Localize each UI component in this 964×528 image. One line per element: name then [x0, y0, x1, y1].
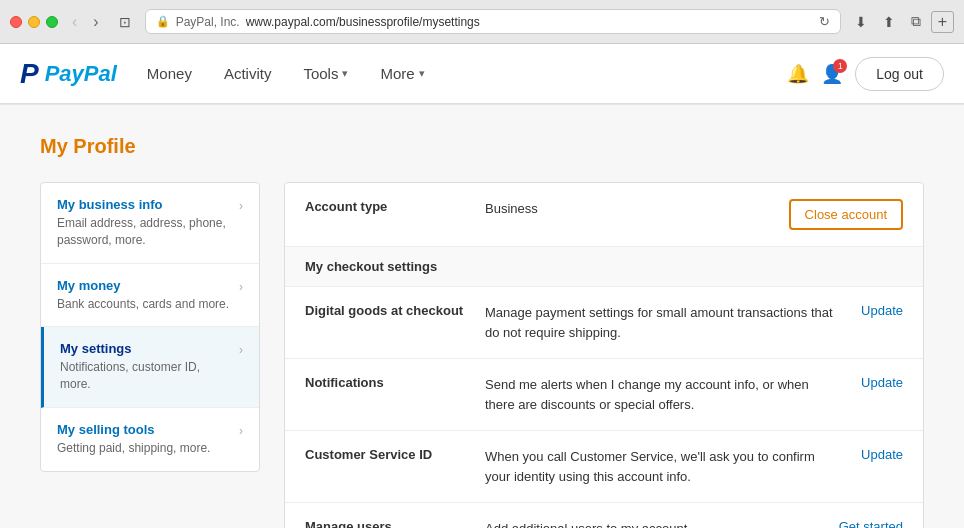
tools-chevron-icon: ▾	[342, 67, 348, 80]
settings-row-notifications: Notifications Send me alerts when I chan…	[285, 359, 923, 431]
customer-service-id-value: When you call Customer Service, we'll as…	[485, 447, 841, 486]
main-navigation: P PayPal Money Activity Tools ▾ More ▾ 🔔…	[0, 44, 964, 104]
browser-nav-buttons: ‹ ›	[66, 11, 105, 33]
nav-activity[interactable]: Activity	[210, 57, 286, 90]
nav-tools[interactable]: Tools ▾	[289, 57, 362, 90]
sidebar-business-info-desc: Email address, address, phone, password,…	[57, 215, 231, 249]
sidebar-money-chevron-icon: ›	[239, 280, 243, 294]
company-name: PayPal, Inc.	[176, 15, 240, 29]
digital-goods-update-link[interactable]: Update	[861, 303, 903, 318]
sidebar-settings-title: My settings	[60, 341, 231, 356]
minimize-window-button[interactable]	[28, 16, 40, 28]
account-type-value: Business	[485, 199, 769, 219]
close-account-button[interactable]: Close account	[789, 199, 903, 230]
checkout-header-label: My checkout settings	[305, 259, 485, 274]
settings-row-manage-users: Manage users Add additional users to my …	[285, 503, 923, 528]
account-type-label: Account type	[305, 199, 485, 214]
manage-users-label: Manage users	[305, 519, 485, 528]
paypal-logo[interactable]: P PayPal	[20, 58, 117, 90]
manage-users-value: Add additional users to my account.	[485, 519, 819, 528]
sidebar-selling-desc: Getting paid, shipping, more.	[57, 440, 231, 457]
sidebar-selling-title: My selling tools	[57, 422, 231, 437]
sidebar-item-my-settings[interactable]: My settings Notifications, customer ID, …	[41, 327, 259, 408]
digital-goods-value: Manage payment settings for small amount…	[485, 303, 841, 342]
sidebar-money-title: My money	[57, 278, 231, 293]
page-title: My Profile	[40, 135, 924, 158]
nav-right: 🔔 👤 1 Log out	[787, 57, 944, 91]
sidebar-money-desc: Bank accounts, cards and more.	[57, 296, 231, 313]
notifications-update-link[interactable]: Update	[861, 375, 903, 390]
back-button[interactable]: ‹	[66, 11, 83, 33]
account-badge: 1	[833, 59, 847, 73]
forward-button[interactable]: ›	[87, 11, 104, 33]
logo-p: P	[20, 58, 39, 90]
nav-money[interactable]: Money	[133, 57, 206, 90]
close-window-button[interactable]	[10, 16, 22, 28]
sidebar-item-selling-tools[interactable]: My selling tools Getting paid, shipping,…	[41, 408, 259, 471]
sidebar-item-my-money[interactable]: My money Bank accounts, cards and more. …	[41, 264, 259, 328]
nav-more[interactable]: More ▾	[366, 57, 438, 90]
settings-row-account-type: Account type Business Close account	[285, 183, 923, 247]
more-chevron-icon: ▾	[419, 67, 425, 80]
sidebar-selling-chevron-icon: ›	[239, 424, 243, 438]
address-bar[interactable]: 🔒 PayPal, Inc. www.paypal.com/businesspr…	[145, 9, 841, 34]
sidebar: My business info Email address, address,…	[40, 182, 260, 472]
share-button[interactable]: ⬆	[877, 12, 901, 32]
sidebar-business-info-chevron-icon: ›	[239, 199, 243, 213]
sidebar-business-info-title: My business info	[57, 197, 231, 212]
download-button[interactable]: ⬇	[849, 12, 873, 32]
notifications-button[interactable]: 🔔	[787, 63, 809, 85]
settings-row-checkout-header: My checkout settings	[285, 247, 923, 287]
browser-chrome: ‹ › ⊡ 🔒 PayPal, Inc. www.paypal.com/busi…	[0, 0, 964, 44]
account-button[interactable]: 👤 1	[821, 63, 843, 85]
logout-button[interactable]: Log out	[855, 57, 944, 91]
customer-service-id-label: Customer Service ID	[305, 447, 485, 462]
settings-panel: Account type Business Close account My c…	[284, 182, 924, 528]
sidebar-settings-chevron-icon: ›	[239, 343, 243, 357]
settings-row-digital-goods: Digital goods at checkout Manage payment…	[285, 287, 923, 359]
logo-text: PayPal	[45, 61, 117, 87]
tab-view-button[interactable]: ⊡	[113, 12, 137, 32]
url-display: www.paypal.com/businessprofile/mysetting…	[246, 15, 480, 29]
reload-icon[interactable]: ↻	[819, 14, 830, 29]
settings-table: Account type Business Close account My c…	[284, 182, 924, 528]
tab-manager-button[interactable]: ⧉	[905, 11, 927, 32]
profile-layout: My business info Email address, address,…	[40, 182, 924, 528]
manage-users-get-started-link[interactable]: Get started	[839, 519, 903, 528]
main-content: My Profile My business info Email addres…	[0, 105, 964, 528]
nav-links: Money Activity Tools ▾ More ▾	[133, 57, 787, 90]
sidebar-settings-desc: Notifications, customer ID, more.	[60, 359, 231, 393]
notifications-label: Notifications	[305, 375, 485, 390]
browser-actions: ⬇ ⬆ ⧉ +	[849, 11, 954, 33]
traffic-lights	[10, 16, 58, 28]
new-tab-button[interactable]: +	[931, 11, 954, 33]
digital-goods-label: Digital goods at checkout	[305, 303, 485, 318]
ssl-lock-icon: 🔒	[156, 15, 170, 28]
sidebar-item-business-info[interactable]: My business info Email address, address,…	[41, 183, 259, 264]
settings-row-customer-service-id: Customer Service ID When you call Custom…	[285, 431, 923, 503]
notifications-value: Send me alerts when I change my account …	[485, 375, 841, 414]
customer-service-id-update-link[interactable]: Update	[861, 447, 903, 462]
maximize-window-button[interactable]	[46, 16, 58, 28]
